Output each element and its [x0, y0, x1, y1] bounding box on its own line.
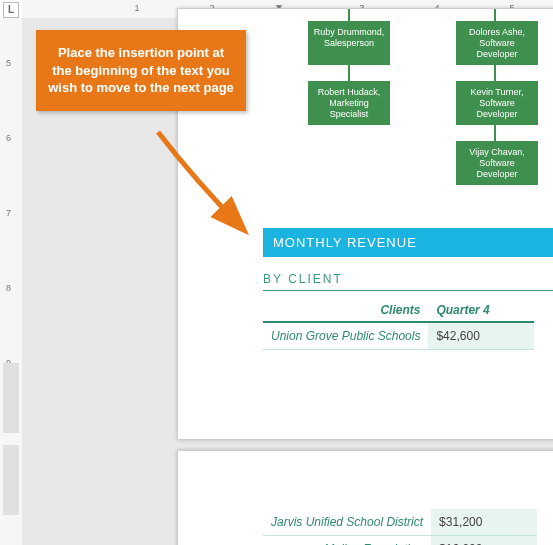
ruler-v-num: 8 — [6, 283, 11, 293]
ruler-margin-shade — [3, 445, 19, 515]
table-cell-value[interactable]: $31,200 — [431, 509, 537, 536]
ruler-v-num: 7 — [6, 208, 11, 218]
org-node: Vijay Chavan,Software Developer — [456, 141, 538, 185]
ruler-h-num: 1 — [134, 3, 139, 13]
org-row: Ruby Drummond,Salesperson Dolores Ashe,S… — [308, 21, 553, 65]
ruler-v-num: 5 — [6, 58, 11, 68]
vertical-ruler[interactable]: 5 6 7 8 9 — [0, 18, 23, 545]
table-cell-client[interactable]: Union Grove Public Schools — [263, 322, 428, 350]
table-cell-value[interactable]: $16,000 — [431, 536, 537, 546]
ruler-v-num: 6 — [6, 133, 11, 143]
section-subheading[interactable]: BY CLIENT — [263, 272, 343, 286]
org-node: Dolores Ashe,Software Developer — [456, 21, 538, 65]
table-row: Union Grove Public Schools $42,600 — [263, 322, 534, 350]
org-node: Ruby Drummond,Salesperson — [308, 21, 390, 65]
org-node: Robert Hudack,Marketing Specialist — [308, 81, 390, 125]
org-row: Vijay Chavan,Software Developer — [456, 141, 538, 185]
tab-align-button[interactable]: L — [3, 2, 19, 18]
page-2: 4 Jarvis Unified School District $31,200… — [177, 450, 553, 545]
revenue-table-continued: Jarvis Unified School District $31,200 M… — [263, 509, 537, 545]
revenue-table: Clients Quarter 4 Union Grove Public Sch… — [263, 299, 534, 350]
ruler-margin-shade — [3, 363, 19, 433]
org-connector — [348, 9, 350, 21]
subhead-rule — [263, 290, 553, 291]
table-header-clients: Clients — [263, 299, 428, 322]
org-node: Kevin Turner,Software Developer — [456, 81, 538, 125]
table-cell-client[interactable]: Mellon Foundation — [263, 536, 431, 546]
table-cell-client[interactable]: Jarvis Unified School District — [263, 509, 431, 536]
org-connector — [494, 9, 496, 21]
table-cell-value[interactable]: $42,600 — [428, 322, 534, 350]
table-header-quarter: Quarter 4 — [428, 299, 534, 322]
section-heading[interactable]: MONTHLY REVENUE — [263, 228, 553, 257]
instruction-callout: Place the insertion point at the beginni… — [36, 30, 246, 111]
org-row: Robert Hudack,Marketing Specialist Kevin… — [308, 81, 538, 125]
table-row: Mellon Foundation $16,000 — [263, 536, 537, 546]
table-row: Jarvis Unified School District $31,200 — [263, 509, 537, 536]
